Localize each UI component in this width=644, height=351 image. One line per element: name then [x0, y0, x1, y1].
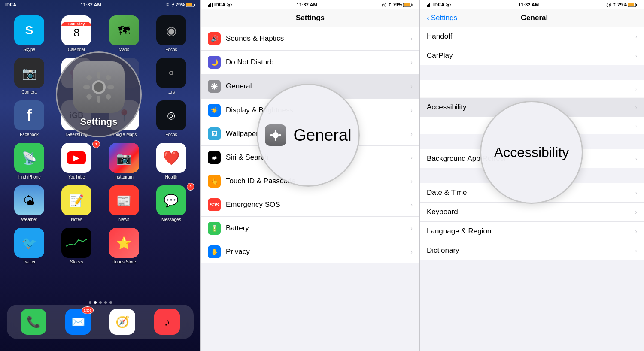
- language-chevron: ›: [635, 228, 637, 235]
- back-button[interactable]: ‹ Settings: [427, 14, 457, 22]
- page-dots: [0, 301, 200, 304]
- settings-row-dnd[interactable]: 🌙 Do Not Disturb ›: [201, 51, 419, 74]
- dock: 📞 ✉️ 3,502 🧭 ♪: [7, 305, 194, 339]
- app-camera[interactable]: 📷 Camera: [9, 58, 50, 94]
- app-focos[interactable]: ◉ Focos: [151, 15, 192, 52]
- app-focos2[interactable]: ⚬ ...rs: [151, 58, 192, 94]
- app-weather[interactable]: 🌤 Weather: [9, 185, 50, 222]
- app-instagram[interactable]: 📷 Instagram: [103, 143, 145, 179]
- svg-rect-26: [216, 86, 218, 87]
- dock-phone[interactable]: 📞: [21, 309, 46, 335]
- status-bar-2: IDEA 11:32 AM @ ⇡ 79%: [201, 0, 419, 9]
- privacy-chevron: ›: [410, 248, 413, 255]
- touchid-icon: 👆: [208, 175, 221, 188]
- svg-rect-3: [194, 4, 195, 6]
- svg-rect-8: [107, 85, 114, 89]
- svg-rect-30: [215, 87, 217, 89]
- app-messages[interactable]: 💬 9 Messages: [151, 185, 192, 222]
- status-bar-3: IDEA 11:32 AM @ ⇡ 79%: [420, 0, 644, 9]
- dock-safari[interactable]: 🧭: [109, 309, 135, 335]
- settings-row-language[interactable]: Language & Region ›: [420, 222, 644, 241]
- app-twitter[interactable]: 🐦 Twitter: [9, 228, 50, 264]
- svg-rect-34: [270, 134, 273, 136]
- display-chevron: ›: [410, 107, 413, 114]
- back-label: Settings: [431, 14, 457, 22]
- app-maps[interactable]: 🗺 Maps: [103, 15, 145, 52]
- settings-row-keyboard[interactable]: Keyboard ›: [420, 203, 644, 222]
- app-health[interactable]: ❤️ Health: [151, 143, 192, 179]
- app-skype[interactable]: S Skype: [9, 15, 50, 52]
- svg-rect-39: [431, 3, 431, 7]
- settings-row-privacy[interactable]: ✋ Privacy ›: [201, 240, 419, 263]
- datetime-chevron: ›: [635, 189, 637, 196]
- battery-label: Battery: [226, 224, 410, 233]
- accessibility-magnifier: Accessibility: [480, 101, 583, 204]
- svg-rect-10: [105, 74, 112, 81]
- svg-point-18: [228, 4, 230, 6]
- svg-rect-29: [211, 87, 213, 89]
- svg-rect-25: [211, 86, 213, 87]
- settings-row-blank1[interactable]: ›: [420, 80, 644, 98]
- dictionary-label: Dictionary: [427, 246, 635, 255]
- svg-rect-36: [427, 5, 428, 7]
- svg-rect-43: [636, 4, 637, 6]
- app-calendar[interactable]: Saturday 8 Calendar: [56, 15, 97, 52]
- svg-rect-32: [275, 130, 276, 133]
- wallpaper-icon: 🖼: [208, 127, 221, 140]
- general-settings-list: Handoff › CarPlay ›: [420, 27, 644, 65]
- app-facebook[interactable]: f Facebook: [9, 100, 50, 137]
- svg-rect-24: [214, 88, 215, 90]
- app-find-iphone[interactable]: 📡 Find iPhone: [9, 143, 50, 179]
- dock-mail[interactable]: ✉️ 3,502: [65, 309, 91, 335]
- settings-magnifier-label: Settings: [80, 116, 118, 127]
- svg-point-13: [94, 82, 103, 92]
- battery-icons-1: @ 79%: [165, 2, 195, 7]
- section-divider-1: [420, 65, 644, 80]
- svg-rect-2: [186, 3, 192, 6]
- settings-row-dictionary[interactable]: Dictionary ›: [420, 241, 644, 260]
- keyboard-label: Keyboard: [427, 208, 635, 216]
- dot-2: [94, 301, 97, 304]
- svg-rect-15: [209, 4, 210, 7]
- time-1: 11:32 AM: [81, 2, 101, 7]
- svg-rect-12: [105, 93, 112, 100]
- svg-rect-38: [429, 3, 430, 7]
- settings-row-battery[interactable]: 🔋 Battery ›: [201, 217, 419, 240]
- svg-rect-7: [83, 85, 90, 89]
- dock-music[interactable]: ♪: [154, 309, 180, 335]
- settings-row-carplay[interactable]: CarPlay ›: [420, 46, 644, 65]
- app-itunes[interactable]: ⭐ iTunes Store: [103, 228, 145, 264]
- battery-icon: 🔋: [208, 222, 221, 235]
- time-2: 11:32 AM: [297, 2, 317, 7]
- carplay-label: CarPlay: [427, 51, 635, 60]
- settings-row-sos[interactable]: SOS Emergency SOS ›: [201, 193, 419, 217]
- app-grid: S Skype Saturday 8 Calendar 🗺 Maps ◉ Foc…: [0, 11, 200, 269]
- privacy-icon: ✋: [208, 245, 221, 258]
- svg-rect-16: [210, 3, 211, 7]
- battery-chevron: ›: [410, 225, 413, 232]
- settings-row-sounds[interactable]: 🔊 Sounds & Haptics ›: [201, 27, 419, 51]
- app-stocks[interactable]: Stocks: [56, 228, 97, 264]
- general-icon: [208, 80, 221, 93]
- settings-row-handoff[interactable]: Handoff ›: [420, 27, 644, 46]
- iphone-home-screen: IDEA 11:32 AM @ 79% S Skype Saturday 8 C…: [0, 0, 200, 351]
- general-page-title: General: [457, 14, 611, 22]
- app-focos3[interactable]: ◎ Focos: [151, 100, 192, 137]
- svg-rect-42: [628, 3, 634, 6]
- settings-title: Settings: [296, 14, 325, 22]
- handoff-label: Handoff: [427, 32, 635, 41]
- svg-point-22: [213, 85, 216, 88]
- carrier-3: IDEA: [427, 2, 451, 7]
- time-3: 11:32 AM: [518, 2, 539, 7]
- settings-icon-large: [73, 61, 125, 113]
- settings-magnifier: Settings: [56, 51, 142, 137]
- battery-3: @ ⇡ 79%: [606, 2, 637, 8]
- app-youtube[interactable]: ▶ 3 YouTube: [56, 143, 97, 179]
- touchid-chevron: ›: [410, 178, 413, 185]
- app-news[interactable]: 📰 News: [103, 185, 145, 222]
- svg-rect-6: [97, 96, 100, 103]
- accessibility-magnifier-label: Accessibility: [494, 145, 569, 160]
- siri-icon: ◉: [208, 151, 221, 164]
- general-settings-screen: IDEA 11:32 AM @ ⇡ 79% ‹ Settings General…: [419, 0, 644, 351]
- app-notes[interactable]: 📝 Notes: [56, 185, 97, 222]
